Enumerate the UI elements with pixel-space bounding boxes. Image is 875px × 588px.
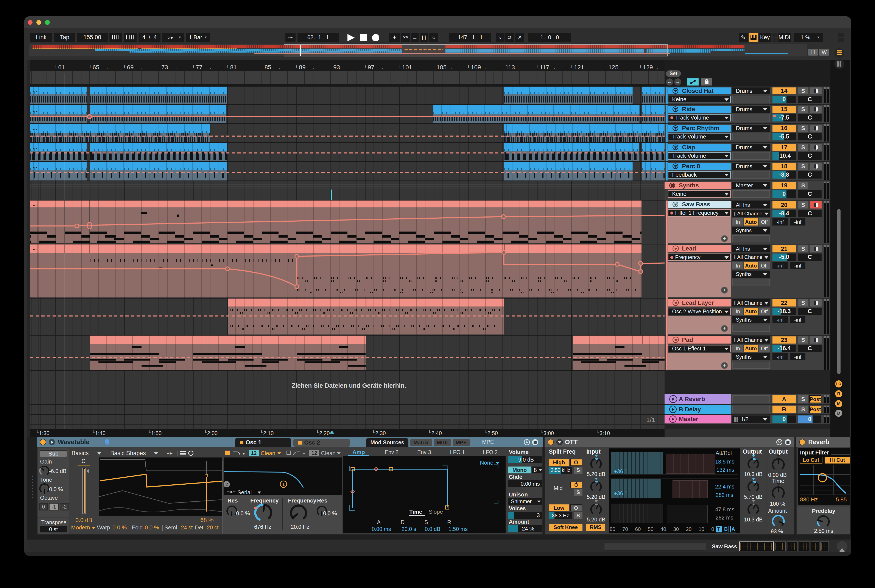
svg-text:2: 2 <box>225 482 228 487</box>
svg-text:1: 1 <box>282 482 285 487</box>
